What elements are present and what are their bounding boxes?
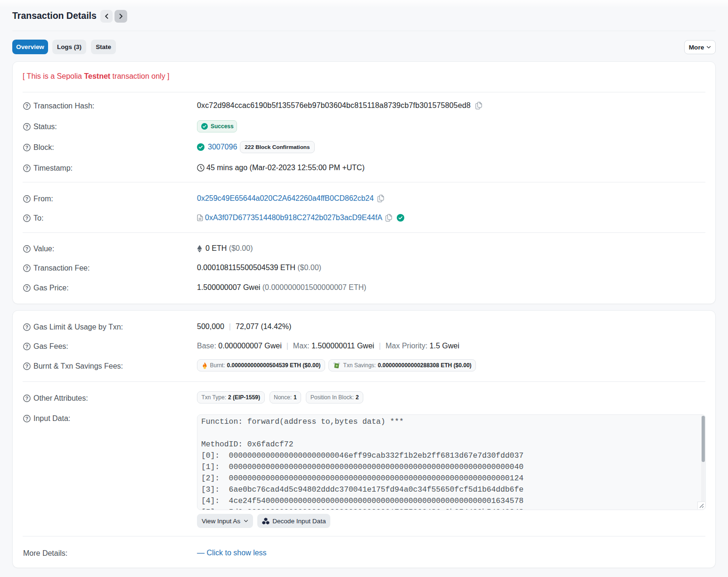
svg-text:?: ? (25, 104, 28, 109)
svg-text:?: ? (25, 166, 28, 171)
svg-text:?: ? (25, 145, 28, 150)
svg-text:?: ? (25, 396, 28, 401)
svg-text:?: ? (25, 344, 28, 349)
svg-text:?: ? (25, 124, 28, 130)
svg-text:?: ? (25, 266, 28, 271)
svg-text:?: ? (25, 325, 28, 330)
svg-text:?: ? (25, 197, 28, 202)
svg-text:?: ? (25, 416, 28, 421)
svg-text:?: ? (25, 216, 28, 221)
svg-text:?: ? (25, 247, 28, 252)
svg-text:?: ? (25, 364, 28, 369)
svg-text:?: ? (25, 286, 28, 291)
